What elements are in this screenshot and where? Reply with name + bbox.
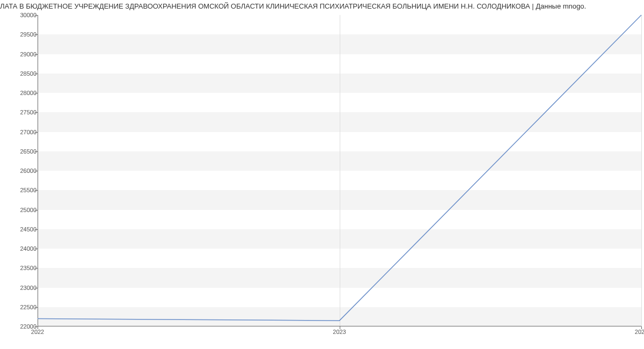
y-tick-label: 23000 bbox=[20, 285, 36, 291]
line-series bbox=[38, 15, 641, 326]
y-tick-label: 23500 bbox=[20, 265, 36, 271]
y-tick-label: 28000 bbox=[20, 90, 36, 96]
x-tick-label: 2024 bbox=[635, 329, 644, 335]
y-tick-label: 22500 bbox=[20, 304, 36, 310]
grid-vline bbox=[641, 15, 642, 326]
y-tick-label: 25000 bbox=[20, 207, 36, 213]
y-tick-label: 24000 bbox=[20, 245, 36, 252]
x-tick-label: 2023 bbox=[333, 329, 346, 335]
y-tick-label: 26500 bbox=[20, 148, 36, 155]
y-tick-label: 27500 bbox=[20, 109, 36, 115]
y-tick-label: 25500 bbox=[20, 187, 36, 193]
line-path bbox=[38, 15, 641, 321]
y-tick-label: 24500 bbox=[20, 226, 36, 232]
chart-plot-area bbox=[38, 15, 641, 326]
y-tick-label: 29000 bbox=[20, 51, 36, 57]
y-tick-label: 30000 bbox=[20, 12, 36, 18]
y-tick-label: 27000 bbox=[20, 129, 36, 135]
chart-title: ЛАТА В БЮДЖЕТНОЕ УЧРЕЖДЕНИЕ ЗДРАВООХРАНЕ… bbox=[0, 0, 644, 10]
x-tick-label: 2022 bbox=[31, 329, 44, 335]
y-tick-label: 26000 bbox=[20, 168, 36, 174]
y-tick-label: 29500 bbox=[20, 31, 36, 38]
y-tick-label: 28500 bbox=[20, 70, 36, 77]
